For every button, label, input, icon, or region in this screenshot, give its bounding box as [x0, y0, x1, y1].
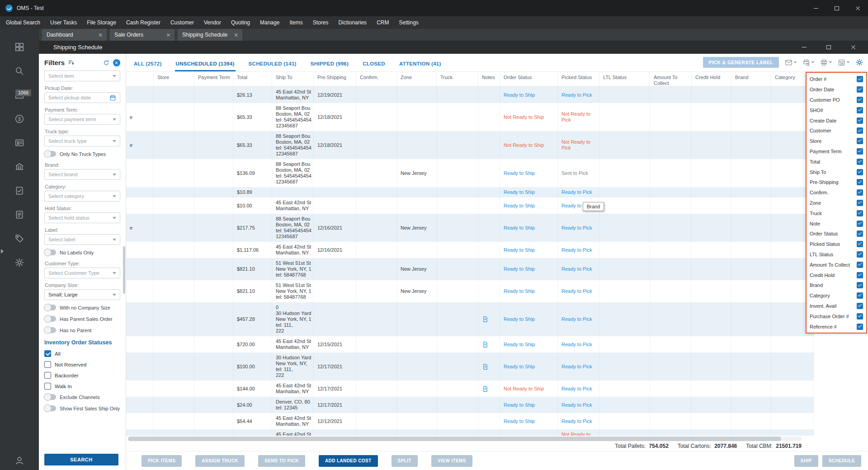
chooser-checkbox[interactable] — [857, 292, 863, 299]
sidebar-payments-icon[interactable]: $ — [14, 114, 24, 124]
chooser-checkbox[interactable] — [857, 179, 863, 185]
export-button[interactable] — [838, 59, 849, 66]
table-row[interactable]: e$65.3388 Seaport BouBoston, MA, 02tel: … — [126, 131, 814, 159]
checkbox-walk-in[interactable]: Walk In — [44, 383, 120, 390]
sidebar-settings-icon[interactable] — [14, 258, 24, 268]
scrollbar-thumb[interactable] — [128, 437, 781, 441]
toggle-has-no-parent[interactable]: Has no Parent — [44, 327, 120, 333]
printer-button[interactable] — [820, 59, 832, 66]
chooser-checkbox[interactable] — [857, 169, 863, 175]
chooser-checkbox[interactable] — [857, 241, 863, 247]
table-row[interactable]: $26.1345 East 42nd StManhattan, NY12/19/… — [126, 87, 814, 103]
menu-item-cash-register[interactable]: Cash Register — [121, 16, 165, 29]
view-items-button[interactable]: VIEW ITEMS — [431, 455, 472, 467]
tab-close-icon[interactable] — [166, 33, 170, 37]
sidebar-orders-icon[interactable] — [14, 210, 24, 220]
chooser-checkbox[interactable] — [857, 159, 863, 165]
pick-generate-label-button[interactable]: PICK & GENERATE LABEL — [703, 57, 779, 68]
table-row[interactable]: e$217.7588 Seaport BouBoston, MA, 02tel:… — [126, 214, 814, 242]
menu-item-global-search[interactable]: Global Search — [1, 16, 45, 29]
chooser-checkbox[interactable] — [857, 230, 863, 237]
window-close-button[interactable] — [847, 41, 859, 54]
close-button[interactable] — [847, 0, 868, 16]
menu-item-manage[interactable]: Manage — [255, 16, 284, 29]
sidebar-dashboard-icon[interactable] — [14, 42, 24, 52]
chooser-checkbox[interactable] — [857, 107, 863, 113]
column-header-brand[interactable]: Brand — [731, 72, 771, 86]
column-header-picked_status[interactable]: Picked Status — [558, 72, 599, 86]
table-row[interactable]: $136.0988 Seaport BouBoston, MA, 02tel: … — [126, 159, 814, 187]
table-row[interactable]: $821.1051 West 51st StNew York, NY, 1tel… — [126, 280, 814, 302]
sidebar-tags-icon[interactable] — [14, 234, 24, 244]
chooser-checkbox[interactable] — [857, 200, 863, 206]
chooser-checkbox[interactable] — [857, 210, 863, 216]
filter-select-company-size[interactable]: Small; Large — [44, 289, 120, 300]
search-button[interactable]: SEARCH — [44, 454, 118, 465]
table-row[interactable]: $720.0045 East 42nd StManhattan, NY12/15… — [126, 336, 814, 352]
chooser-checkbox[interactable] — [857, 313, 863, 320]
ship-button[interactable]: SHIP — [794, 455, 818, 467]
view-tab-attention-41[interactable]: ATTENTION (41) — [398, 61, 442, 71]
toggle-show-first-sales-ship-only[interactable]: Show First Sales Ship Only — [44, 405, 120, 411]
table-row[interactable]: $100.0030 Hudson YardNew York, NY,tel: 1… — [126, 352, 814, 381]
mail-button[interactable] — [785, 59, 797, 66]
filters-scrollbar[interactable] — [123, 246, 125, 294]
column-header-store[interactable]: Store — [154, 72, 194, 86]
tab-close-icon[interactable] — [234, 33, 238, 37]
filter-select-category[interactable]: Select category — [44, 191, 120, 202]
minimize-button[interactable] — [806, 0, 826, 16]
add-landed-cost-button[interactable]: ADD LANDED COST — [319, 455, 378, 467]
toggle-no-labels-only[interactable]: No Labels Only — [44, 249, 120, 255]
toggle-exclude-channels[interactable]: Exclude Channels — [44, 394, 120, 400]
chooser-checkbox[interactable] — [857, 97, 863, 103]
workspace-tab-sale-orders[interactable]: Sale Orders — [110, 29, 175, 41]
workspace-tab-dashboard[interactable]: Dashboard — [42, 29, 107, 41]
chooser-checkbox[interactable] — [857, 148, 863, 155]
filter-select-payment-term[interactable]: Select payment term — [44, 114, 120, 125]
view-tab-all-2572[interactable]: ALL (2572) — [133, 61, 163, 71]
menu-item-items[interactable]: Items — [284, 16, 307, 29]
sidebar-contacts-icon[interactable] — [14, 138, 24, 148]
menu-item-customer[interactable]: Customer — [165, 16, 199, 29]
filter-select-pickup-date[interactable]: Select pickup date — [44, 92, 120, 103]
table-row[interactable]: $24.00Denver, CO, 80tel: 1234512/17/2021… — [126, 397, 814, 413]
column-settings-gear-icon[interactable] — [855, 58, 863, 66]
table-row[interactable]: $10.89Ready to ShipReady to Pick — [126, 187, 814, 197]
chooser-checkbox[interactable] — [857, 138, 863, 144]
filter-select-hold-status[interactable]: Select hold status — [44, 212, 120, 223]
window-minimize-button[interactable] — [798, 41, 810, 54]
sidebar-search-icon[interactable] — [14, 66, 24, 76]
chooser-checkbox[interactable] — [857, 262, 863, 268]
filter-select-customer-type[interactable]: Select Customer Type — [44, 268, 120, 278]
view-tab-closed[interactable]: CLOSED — [362, 61, 386, 71]
chooser-checkbox[interactable] — [857, 303, 863, 309]
chooser-checkbox[interactable] — [857, 76, 863, 82]
filter-sort-icon[interactable] — [68, 59, 75, 66]
sidebar-stores-icon[interactable] — [14, 162, 24, 172]
table-row[interactable]: $54.4445 East 42nd StManhattan, NY12/12/… — [126, 413, 814, 429]
column-header-truck[interactable]: Truck — [437, 72, 478, 86]
column-header-ltl_status[interactable]: LTL Status — [599, 72, 650, 86]
refresh-icon[interactable] — [103, 59, 110, 66]
note-icon[interactable] — [482, 316, 489, 323]
menu-item-vendor[interactable]: Vendor — [199, 16, 226, 29]
tab-close-icon[interactable] — [99, 33, 103, 37]
close-filters-icon[interactable] — [113, 59, 120, 66]
column-header-notes[interactable]: Notes — [478, 72, 500, 86]
menu-item-quoting[interactable]: Quoting — [226, 16, 255, 29]
chooser-checkbox[interactable] — [857, 272, 863, 278]
workspace-tab-shipping-schedule[interactable]: Shipping Schedule — [178, 29, 242, 41]
checkbox-all[interactable]: All — [44, 350, 120, 357]
maximize-button[interactable] — [826, 0, 847, 16]
toggle-has-parent-sales-order[interactable]: Has Parent Sales Order — [44, 316, 120, 322]
column-header-order_status[interactable]: Order Status — [500, 72, 558, 86]
flyout-arrow-icon[interactable] — [1, 249, 4, 254]
filter-select-select-item[interactable]: Select item — [44, 70, 120, 81]
table-row[interactable]: $1,117.0645 East 42nd StManhattan, NY12/… — [126, 242, 814, 258]
table-row[interactable]: $821.1051 West 51st StNew York, NY, 1tel… — [126, 258, 814, 280]
sidebar-tasks-icon[interactable] — [14, 186, 24, 196]
chooser-checkbox[interactable] — [857, 251, 863, 258]
menu-item-crm[interactable]: CRM — [372, 16, 394, 29]
menu-item-file-storage[interactable]: File Storage — [82, 16, 121, 29]
view-tab-unscheduled-1394[interactable]: UNSCHEDULED (1394) — [175, 61, 236, 71]
